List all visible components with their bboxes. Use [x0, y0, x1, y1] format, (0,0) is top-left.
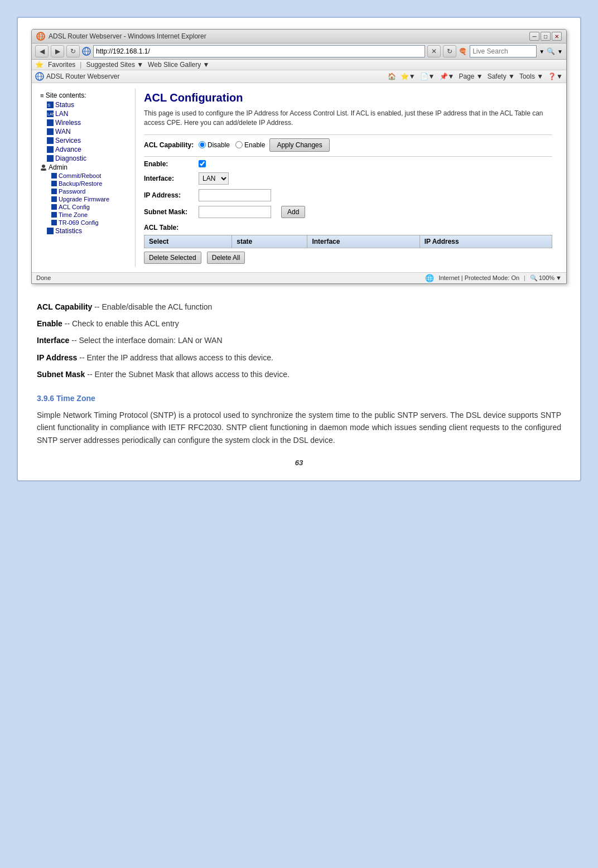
- interface-label-field: Interface:: [144, 175, 194, 182]
- close-btn[interactable]: ✕: [552, 32, 562, 41]
- tools-menu[interactable]: Tools ▼: [519, 73, 543, 80]
- sidebar-upgrade-icon: [51, 196, 57, 202]
- acl-capability-row: ACL Capability: Disable Enable Apply Cha…: [144, 138, 552, 152]
- maximize-btn[interactable]: □: [541, 32, 551, 41]
- sidebar-label-commit: Commit/Reboot: [59, 172, 101, 179]
- disable-radio[interactable]: [199, 141, 206, 148]
- doc-para-acl-capability: ACL Capability -- Enable/disable the ACL…: [37, 301, 561, 313]
- enable-radio-label[interactable]: Enable: [235, 141, 265, 149]
- favorites-menu[interactable]: Favorites: [48, 61, 75, 69]
- sidebar-label-upgrade: Upgrade Firmware: [59, 196, 109, 202]
- enable-checkbox[interactable]: [199, 160, 206, 167]
- svg-rect-28: [51, 204, 57, 210]
- svg-rect-25: [51, 181, 57, 186]
- help-btn[interactable]: ❓▼: [548, 73, 563, 80]
- safety-menu[interactable]: Safety ▼: [488, 73, 515, 80]
- minimize-btn[interactable]: ─: [529, 32, 539, 41]
- enable-radio[interactable]: [235, 141, 243, 148]
- sidebar-item-lan[interactable]: LAN LAN: [40, 109, 132, 118]
- doc-para-ip-address: IP Address -- Enter the IP address that …: [37, 351, 561, 364]
- favorites-bar: ⭐ Favorites | Suggested Sites ▼ Web Slic…: [32, 60, 566, 70]
- apply-changes-button[interactable]: Apply Changes: [269, 138, 329, 152]
- add-button[interactable]: Add: [281, 206, 305, 218]
- sidebar-item-password[interactable]: Password: [40, 187, 132, 195]
- disable-label: Disable: [208, 141, 230, 149]
- search-go-icon[interactable]: 🔍: [547, 47, 555, 55]
- interface-select[interactable]: LAN WAN: [199, 172, 229, 185]
- sidebar-item-commit-reboot[interactable]: Commit/Reboot: [40, 172, 132, 180]
- subnet-mask-input[interactable]: [199, 206, 271, 218]
- sidebar-services-icon: [47, 137, 54, 144]
- sidebar-item-upgrade[interactable]: Upgrade Firmware: [40, 195, 132, 203]
- svg-rect-31: [47, 228, 54, 234]
- doc-section-body: Simple Network Timing Protocol (SNTP) is…: [37, 409, 561, 446]
- delete-all-button[interactable]: Delete All: [207, 252, 245, 264]
- refresh-button2[interactable]: ↻: [443, 45, 456, 57]
- nav-bar: ◀ ▶ ↻ ✕ ↻ Live ▼: [32, 44, 566, 60]
- sidebar-label-tr069: TR-069 Config: [59, 219, 99, 226]
- svg-rect-30: [51, 220, 57, 225]
- refresh-button[interactable]: ↻: [66, 45, 80, 57]
- rest-subnet-mask: -- Enter the Subnet Mask that allows acc…: [85, 370, 290, 379]
- sidebar-label-password: Password: [59, 188, 85, 195]
- sidebar-label-timezone: Time Zone: [59, 211, 88, 218]
- sidebar-item-wan[interactable]: WAN: [40, 127, 132, 136]
- sidebar-item-statistics[interactable]: Statistics: [40, 226, 132, 235]
- web-slice-gallery[interactable]: Web Slice Gallery ▼: [148, 61, 209, 69]
- search-options[interactable]: ▼: [557, 49, 563, 55]
- zoom-level: 100%: [539, 274, 554, 281]
- svg-rect-24: [51, 173, 57, 179]
- acl-table-label: ACL Table:: [144, 224, 552, 232]
- sidebar-item-admin[interactable]: Admin: [40, 163, 132, 172]
- sidebar-heading: ≡ Site contents:: [40, 91, 132, 99]
- address-bar: ✕ ↻: [82, 45, 456, 57]
- status-bar: Done 🌐 Internet | Protected Mode: On | 🔍…: [32, 272, 566, 283]
- search-dropdown[interactable]: ▼: [539, 49, 544, 55]
- bold-ip-address: IP Address: [37, 353, 77, 362]
- svg-text:S: S: [47, 103, 50, 108]
- acl-capability-radios: Disable Enable: [199, 141, 265, 149]
- window-controls: ─ □ ✕: [529, 32, 562, 41]
- col-state: state: [232, 235, 307, 248]
- back-button[interactable]: ◀: [35, 45, 49, 57]
- suggested-sites[interactable]: Suggested Sites ▼: [86, 61, 143, 69]
- subnet-mask-row: Subnet Mask: Add: [144, 206, 552, 218]
- stop-button[interactable]: ✕: [427, 45, 441, 57]
- ip-address-input[interactable]: [199, 189, 271, 201]
- sidebar-acl-icon: [51, 204, 57, 210]
- sidebar-item-diagnostic[interactable]: Diagnostic: [40, 154, 132, 163]
- sidebar-item-tr069[interactable]: TR-069 Config: [40, 219, 132, 226]
- sidebar-item-services[interactable]: Services: [40, 136, 132, 145]
- sidebar-item-timezone[interactable]: Time Zone: [40, 211, 132, 219]
- delete-selected-button[interactable]: Delete Selected: [144, 252, 201, 264]
- ie-icon: [36, 32, 45, 41]
- sidebar-item-advance[interactable]: Advance: [40, 145, 132, 154]
- zoom-control[interactable]: 🔍 100% ▼: [530, 274, 562, 282]
- sidebar-advance-icon: [47, 146, 54, 153]
- sidebar-password-icon: [51, 189, 57, 194]
- sidebar-item-acl-config[interactable]: ACL Config: [40, 203, 132, 211]
- svg-rect-17: [47, 128, 54, 135]
- sidebar-item-status[interactable]: S Status: [40, 100, 132, 109]
- svg-rect-26: [51, 189, 57, 194]
- browser-title: ADSL Router Webserver - Windows Internet…: [36, 32, 206, 41]
- browser-titlebar: ADSL Router Webserver - Windows Internet…: [32, 30, 566, 44]
- sidebar-lan-icon: LAN: [47, 110, 54, 117]
- disable-radio-label[interactable]: Disable: [199, 141, 230, 149]
- status-right: 🌐 Internet | Protected Mode: On | 🔍 100%…: [425, 274, 562, 282]
- page-menu[interactable]: Page ▼: [459, 73, 483, 80]
- url-input[interactable]: [93, 45, 425, 57]
- enable-checkbox-row: [199, 160, 206, 167]
- protected-mode-icon: 🌐: [425, 274, 434, 282]
- acl-table: Select state Interface IP Address: [144, 235, 552, 248]
- sidebar-item-backup[interactable]: Backup/Restore: [40, 180, 132, 187]
- table-action-buttons: Delete Selected Delete All: [144, 252, 552, 264]
- sidebar-label-status: Status: [55, 101, 74, 109]
- rest-enable: -- Check to enable this ACL entry: [62, 319, 179, 328]
- sidebar-item-wireless[interactable]: Wireless: [40, 118, 132, 127]
- sidebar-label-diagnostic: Diagnostic: [55, 155, 86, 162]
- forward-button[interactable]: ▶: [51, 45, 64, 57]
- doc-para-subnet-mask: Subnet Mask -- Enter the Subnet Mask tha…: [37, 368, 561, 380]
- rest-interface: -- Select the interface domain: LAN or W…: [69, 336, 222, 345]
- search-input[interactable]: [470, 45, 537, 57]
